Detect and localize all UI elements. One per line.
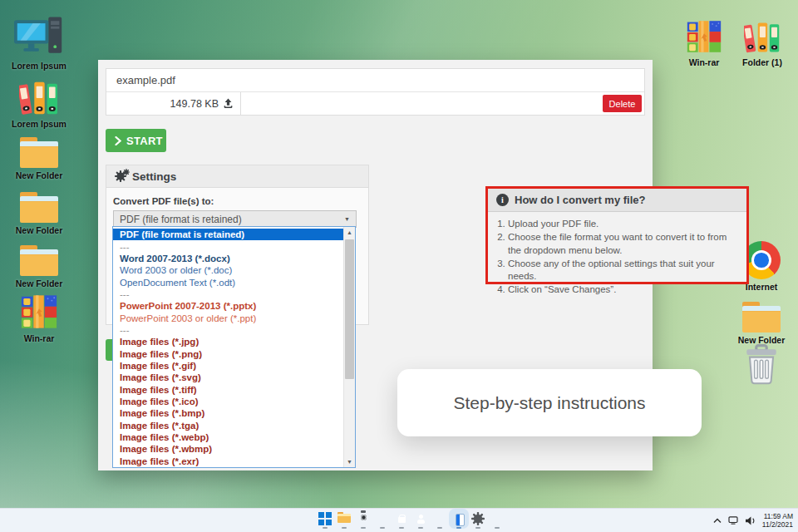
dropdown-option[interactable]: OpenDocument Text (*.odt) <box>113 276 343 288</box>
dropdown-option[interactable]: Word 2003 or older (*.doc) <box>113 264 343 276</box>
settings-header: Settings <box>106 165 368 188</box>
desktop-icon-label: Folder (1) <box>742 58 782 67</box>
store-button[interactable] <box>395 512 408 525</box>
dropdown-option[interactable]: Image files (*.tiff) <box>113 383 343 395</box>
winrar-icon <box>686 8 722 55</box>
help-step: Choose the file format you want to conve… <box>508 231 740 257</box>
file-explorer-button[interactable] <box>337 512 351 525</box>
design-app-button[interactable] <box>433 512 446 525</box>
chrome-button[interactable] <box>490 512 504 525</box>
dropdown-option[interactable]: Image files (*.tga) <box>113 420 343 431</box>
taskbar: 11:59 AM 11/2/2021 <box>0 508 798 532</box>
desktop: Lorem Ipsum Lorem Ipsum New Folder New F… <box>0 0 798 532</box>
settings-button[interactable] <box>471 512 485 525</box>
edge-button[interactable] <box>376 512 389 525</box>
file-info-row: 149.78 KB Delete <box>106 92 644 115</box>
info-icon: i <box>496 194 509 206</box>
step-tooltip-text: Step-by-step instructions <box>453 393 645 413</box>
windows-icon <box>318 512 332 525</box>
format-select-value: PDF (file format is retained) <box>120 214 242 225</box>
upload-icon[interactable] <box>223 98 234 109</box>
dropdown-option[interactable]: Image files (*.png) <box>113 347 343 359</box>
desktop-icon-label: Win-rar <box>689 58 720 67</box>
file-name-row: example.pdf <box>106 69 644 92</box>
folder-icon <box>20 121 58 168</box>
gear-icon <box>471 512 485 525</box>
folder-icon <box>742 286 781 332</box>
step-tooltip: Step-by-step instructions <box>397 369 702 436</box>
file-name: example.pdf <box>116 74 175 86</box>
binders-icon <box>744 8 781 55</box>
format-dropdown: PDF (file format is retained)---Word 200… <box>112 226 356 468</box>
teams-button[interactable] <box>414 512 427 525</box>
desktop-icon-folder-1[interactable]: Folder (1) <box>730 8 795 67</box>
dropdown-option[interactable]: Image files (*.jpg) <box>113 336 343 347</box>
scroll-up-icon[interactable]: ▲ <box>344 227 355 238</box>
start-button[interactable]: START <box>106 129 166 152</box>
caret-down-icon: ▼ <box>344 216 350 222</box>
trash-icon <box>744 339 779 386</box>
taskbar-clock[interactable]: 11:59 AM 11/2/2021 <box>762 512 793 529</box>
desktop-icon-recycle-bin[interactable] <box>729 339 794 386</box>
dropdown-scrollbar[interactable]: ▲ ▼ <box>343 227 355 467</box>
dropdown-option[interactable]: Image files (*.ico) <box>113 396 343 407</box>
start-menu-button[interactable] <box>318 512 332 525</box>
help-title: How do I convert my file? <box>515 194 645 206</box>
help-header: i How do I convert my file? <box>488 189 746 212</box>
dropdown-option[interactable]: Image files (*.exr) <box>113 456 343 467</box>
desktop-icon-winrar-left[interactable]: Win-rar <box>7 284 71 343</box>
system-tray: 11:59 AM 11/2/2021 <box>713 509 793 532</box>
dropdown-option[interactable]: Image files (*.svg) <box>113 372 343 383</box>
desktop-icon-winrar-top[interactable]: Win-rar <box>672 8 736 67</box>
file-list: example.pdf 149.78 KB Delete <box>106 68 645 116</box>
dropdown-option[interactable]: Image files (*.gif) <box>113 360 343 372</box>
dropdown-option[interactable]: PowerPoint 2003 or older (*.ppt) <box>113 312 343 323</box>
scrollbar-thumb[interactable] <box>345 239 354 379</box>
gears-icon <box>115 170 126 182</box>
dropdown-option[interactable]: Word 2007-2013 (*.docx) <box>113 253 343 264</box>
active-app-button[interactable] <box>452 512 466 525</box>
volume-icon[interactable] <box>745 516 756 525</box>
dropdown-option[interactable]: --- <box>113 288 343 300</box>
settings-title: Settings <box>132 170 176 183</box>
taskbar-icons <box>318 512 504 525</box>
desktop-icon-binders[interactable]: Lorem Ipsum <box>7 70 71 129</box>
help-step: Upload your PDF file. <box>508 218 740 230</box>
binders-icon <box>19 70 59 116</box>
display-tray-icon[interactable] <box>728 516 738 525</box>
start-chevron-icon <box>115 136 121 145</box>
dropdown-option[interactable]: --- <box>113 324 343 336</box>
help-body: Upload your PDF file.Choose the file for… <box>488 218 746 297</box>
tray-chevron-up-icon[interactable] <box>713 518 722 524</box>
dropdown-option[interactable]: Image files (*.webp) <box>113 431 343 443</box>
clock-date: 11/2/2021 <box>762 520 793 529</box>
dropdown-option[interactable]: PDF (file format is retained) <box>113 229 343 240</box>
scroll-down-icon[interactable]: ▼ <box>344 456 355 467</box>
folder-icon <box>20 229 58 276</box>
help-box: i How do I convert my file? Upload your … <box>485 186 749 284</box>
desktop-icon-computer[interactable]: Lorem Ipsum <box>7 12 71 71</box>
help-steps: Upload your PDF file.Choose the file for… <box>488 218 746 297</box>
computer-icon <box>14 12 64 58</box>
help-step: Click on “Save Changes”. <box>508 283 740 296</box>
clock-time: 11:59 AM <box>762 512 793 520</box>
folder-icon <box>20 176 58 223</box>
desktop-icon-new-folder-2[interactable]: New Folder <box>7 176 71 235</box>
dropdown-option[interactable]: --- <box>113 240 343 252</box>
dropdown-option[interactable]: Image files (*.wbmp) <box>113 443 343 455</box>
dropdown-option[interactable]: PowerPoint 2007-2013 (*.pptx) <box>113 300 343 312</box>
desktop-icon-new-folder-1[interactable]: New Folder <box>7 121 71 180</box>
file-size: 149.78 KB <box>170 98 219 110</box>
delete-button[interactable]: Delete <box>603 95 642 112</box>
format-select[interactable]: PDF (file format is retained) ▼ <box>113 210 357 228</box>
start-label: START <box>126 135 163 147</box>
camera-button[interactable] <box>357 512 370 525</box>
dropdown-option[interactable]: Image files (*.bmp) <box>113 407 343 419</box>
file-size-cell: 149.78 KB <box>106 92 241 115</box>
format-dropdown-list: PDF (file format is retained)---Word 200… <box>113 227 343 467</box>
convert-to-label: Convert PDF file(s) to: <box>113 196 368 206</box>
winrar-icon <box>20 284 58 331</box>
desktop-icon-new-folder-3[interactable]: New Folder <box>7 229 71 288</box>
help-step: Choose any of the optional settings that… <box>508 258 740 283</box>
desktop-icon-label: Win-rar <box>24 334 55 343</box>
